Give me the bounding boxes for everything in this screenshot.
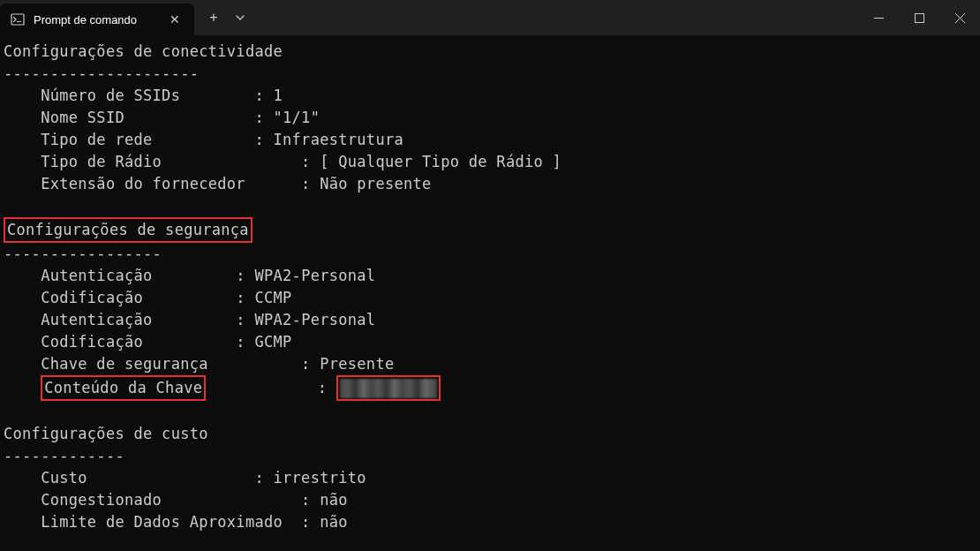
- vendor-ext-value: Não presente: [320, 175, 431, 192]
- auth1-label: Autenticação :: [4, 267, 254, 284]
- ssid-count-value: 1: [274, 87, 283, 104]
- ssid-name-label: Nome SSID :: [4, 109, 274, 126]
- key-content-value-highlighted: [336, 375, 441, 401]
- terminal-icon: [11, 12, 25, 26]
- cipher1-label: Codificação :: [4, 289, 254, 306]
- data-limit-value: não: [320, 513, 348, 531]
- terminal-output: Configurações de conectividade ---------…: [0, 35, 980, 539]
- tab-title: Prompt de comando: [34, 13, 157, 26]
- new-tab-button[interactable]: +: [200, 4, 228, 32]
- network-type-value: Infraestrutura: [274, 131, 404, 148]
- titlebar: Prompt de comando ✕ +: [0, 0, 980, 35]
- key-content-label-highlighted: Conteúdo da Chave: [41, 375, 206, 401]
- redacted-key-value: [340, 379, 437, 398]
- svg-rect-3: [915, 13, 923, 22]
- security-header: Configurações de segurança: [7, 221, 249, 238]
- cipher2-label: Codificação :: [4, 333, 254, 351]
- key-content-pad: :: [206, 379, 336, 396]
- security-divider: -----------------: [4, 245, 162, 262]
- maximize-button[interactable]: [899, 0, 939, 35]
- cost-label: Custo :: [4, 469, 274, 487]
- tab-close-button[interactable]: ✕: [166, 11, 184, 28]
- close-button[interactable]: [939, 0, 980, 35]
- tabs-area: Prompt de comando ✕ +: [0, 0, 253, 35]
- cost-divider: -------------: [4, 447, 124, 464]
- vendor-ext-label: Extensão do fornecedor :: [4, 175, 320, 192]
- window-controls: [858, 0, 980, 35]
- data-limit-label: Limite de Dados Aproximado :: [4, 513, 320, 531]
- radio-type-label: Tipo de Rádio :: [4, 153, 320, 170]
- security-header-highlighted: Configurações de segurança: [4, 217, 253, 243]
- key-content-label: Conteúdo da Chave: [44, 379, 202, 396]
- congested-value: não: [320, 491, 348, 509]
- connectivity-divider: ---------------------: [4, 64, 199, 82]
- cost-header: Configurações de custo: [4, 425, 208, 442]
- congested-label: Congestionado :: [4, 491, 320, 509]
- svg-rect-0: [11, 14, 24, 25]
- connectivity-header: Configurações de conectividade: [4, 42, 283, 60]
- tab-dropdown-button[interactable]: [228, 4, 253, 32]
- security-key-value: Presente: [320, 355, 394, 373]
- cipher2-value: GCMP: [254, 333, 291, 351]
- minimize-button[interactable]: [858, 0, 899, 35]
- ssid-count-label: Número de SSIDs :: [4, 87, 274, 104]
- auth2-value: WPA2-Personal: [254, 311, 375, 328]
- radio-type-value: [ Qualquer Tipo de Rádio ]: [320, 153, 562, 170]
- cipher1-value: CCMP: [254, 289, 291, 306]
- active-tab[interactable]: Prompt de comando ✕: [0, 4, 194, 35]
- security-key-label: Chave de segurança :: [4, 355, 320, 373]
- auth1-value: WPA2-Personal: [254, 267, 375, 284]
- network-type-label: Tipo de rede :: [4, 131, 274, 148]
- ssid-name-value: "1/1": [274, 109, 320, 126]
- auth2-label: Autenticação :: [4, 311, 254, 328]
- cost-value: irrestrito: [274, 469, 366, 487]
